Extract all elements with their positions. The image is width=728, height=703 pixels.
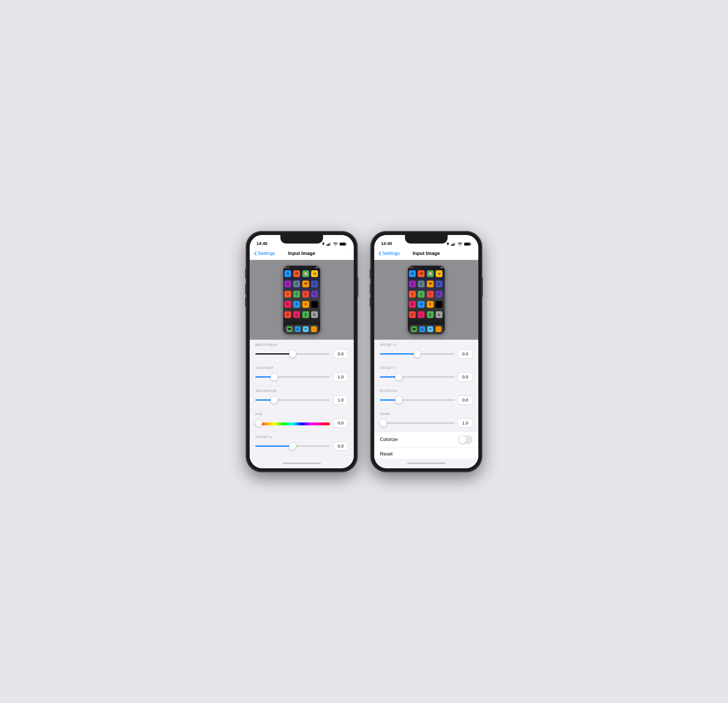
svg-rect-0 <box>326 244 327 246</box>
brightness-track <box>256 353 330 354</box>
battery-icon-right <box>464 242 471 246</box>
offsety-value: 0.0 <box>458 372 472 382</box>
app-icon-12: К <box>311 291 318 298</box>
home-bar-left <box>283 463 321 464</box>
image-preview-left: 10:41 ●●● ✉ 30 🌸 🦋 D ⏱ 🗺 E З С С К К <box>250 260 354 340</box>
saturation-label: SATURATION <box>256 389 348 393</box>
location-icon-left <box>322 242 325 246</box>
offsetx-control-right: 0.0 <box>380 349 472 359</box>
phone-right: 14:40 <box>371 231 482 472</box>
app-icon-5: D <box>285 281 291 287</box>
r-app-icon-8: E <box>436 281 442 287</box>
back-button-left[interactable]: Settings <box>254 251 275 256</box>
svg-rect-3 <box>330 242 331 246</box>
svg-rect-6 <box>340 243 345 245</box>
offsety-label: OFFSET Y <box>380 366 472 370</box>
notch-left <box>280 235 323 243</box>
app-icon-18: L <box>293 311 300 318</box>
r-app-icon-12: К <box>436 291 442 298</box>
hue-track-container[interactable] <box>256 420 330 426</box>
app-icon-20: ⚙ <box>311 311 318 318</box>
svg-rect-1 <box>328 244 328 246</box>
r-app-icon-16: tv <box>436 301 442 308</box>
home-indicator-left <box>250 459 354 468</box>
app-icon-19: $ <box>302 311 309 318</box>
zoom-control: 1.0 <box>380 418 472 428</box>
zoom-row: ZOOM 1.0 <box>374 409 478 432</box>
offsetx-row-left: OFFSET X 0.0 <box>250 432 354 455</box>
offsety-thumb[interactable] <box>395 373 402 380</box>
dock-icon-4: ♪ <box>311 326 317 332</box>
contrast-control: 1.0 <box>256 372 348 382</box>
status-time-left: 14:40 <box>257 241 267 246</box>
saturation-track-container[interactable] <box>256 397 330 403</box>
app-icon-7: 🗺 <box>302 281 309 287</box>
app-icon-17: P <box>285 311 291 318</box>
hue-thumb[interactable] <box>256 419 262 427</box>
brightness-control: 0.0 <box>256 349 348 359</box>
offsety-control: 0.0 <box>380 372 472 382</box>
offsetx-track-container-left[interactable] <box>256 443 330 449</box>
contrast-row: CONTRAST 1.0 <box>250 363 354 386</box>
r-dock-icon-2: ◎ <box>419 326 425 332</box>
zoom-track-container[interactable] <box>380 420 454 426</box>
app-icon-14: Ф <box>293 301 300 308</box>
nav-title-left: Input Image <box>288 251 315 256</box>
hue-track-bg <box>256 422 330 425</box>
r-app-icon-14: Ф <box>418 301 425 308</box>
sliders-left: BRIGHTNESS 0.0 CONTRAST <box>250 340 354 459</box>
brightness-thumb[interactable] <box>289 350 296 357</box>
saturation-track <box>256 399 330 401</box>
offsetx-track-right <box>380 353 454 354</box>
back-button-right[interactable]: Settings <box>379 251 400 256</box>
screenshot-status-left: 10:41 ●●● <box>283 266 320 269</box>
hue-row: HUE 0.0 <box>250 409 354 432</box>
battery-icon-left <box>339 242 347 246</box>
signal-icon-left <box>326 242 332 246</box>
svg-rect-8 <box>452 244 453 246</box>
hue-track <box>256 422 330 424</box>
r-app-icon-4: 🦋 <box>436 270 442 277</box>
app-icon-10: С <box>293 291 300 298</box>
rotation-control: 0.0 <box>380 395 472 405</box>
dock-icon-3: ✉ <box>303 326 309 332</box>
r-dock-icon-3: ✉ <box>428 326 433 332</box>
brightness-track-fill <box>256 353 293 354</box>
offset-y-partial: OFFSET Y <box>250 455 354 459</box>
r-app-icon-3: 🌸 <box>427 270 434 277</box>
chevron-left-icon-right <box>379 252 381 256</box>
saturation-value: 1.0 <box>333 395 348 405</box>
contrast-track-container[interactable] <box>256 374 330 380</box>
offsetx-thumb-left[interactable] <box>289 443 296 450</box>
reset-label[interactable]: Reset <box>380 451 393 457</box>
contrast-thumb[interactable] <box>271 373 277 380</box>
rotation-row: ROTATION 0.0 <box>374 386 478 409</box>
offsetx-thumb-right[interactable] <box>414 350 420 357</box>
app-icon-16: ▶tv <box>311 301 318 308</box>
screenshot-phone-right: 10:41 ●●● ✉ 30 🌸 🦋 D ⏱ 🗺 E З С С К К <box>408 266 445 334</box>
rotation-thumb[interactable] <box>395 396 402 404</box>
offsetx-row-right: OFFSET X 0.0 <box>374 340 478 363</box>
r-app-icon-9: З <box>409 291 416 298</box>
zoom-thumb[interactable] <box>380 419 387 427</box>
location-icon-right <box>446 242 449 246</box>
offsetx-value-left: 0.0 <box>333 441 348 451</box>
svg-rect-10 <box>454 242 455 246</box>
r-app-icon-7: 🗺 <box>427 281 434 287</box>
saturation-thumb[interactable] <box>271 396 277 404</box>
brightness-track-container[interactable] <box>256 351 330 357</box>
brightness-row: BRIGHTNESS 0.0 <box>250 340 354 363</box>
phone-left: 14:40 <box>246 231 357 472</box>
hue-value: 0.0 <box>333 418 348 428</box>
home-bar-right <box>407 463 445 464</box>
colorize-knob <box>459 436 467 444</box>
offsety-track-container[interactable] <box>380 374 454 380</box>
colorize-toggle[interactable] <box>458 435 472 444</box>
screenshot-icons-right: ✉ 30 🌸 🦋 D ⏱ 🗺 E З С С К К Ф 🎙 tv P <box>408 269 445 324</box>
offsetx-track-container-right[interactable] <box>380 351 454 357</box>
offsetx-track-fill-right <box>380 353 417 354</box>
offsetx-track-left <box>256 446 330 447</box>
sliders-right: OFFSET X 0.0 OFFSET Y <box>374 340 478 459</box>
r-app-icon-13: К <box>409 301 416 308</box>
rotation-track-container[interactable] <box>380 397 454 403</box>
